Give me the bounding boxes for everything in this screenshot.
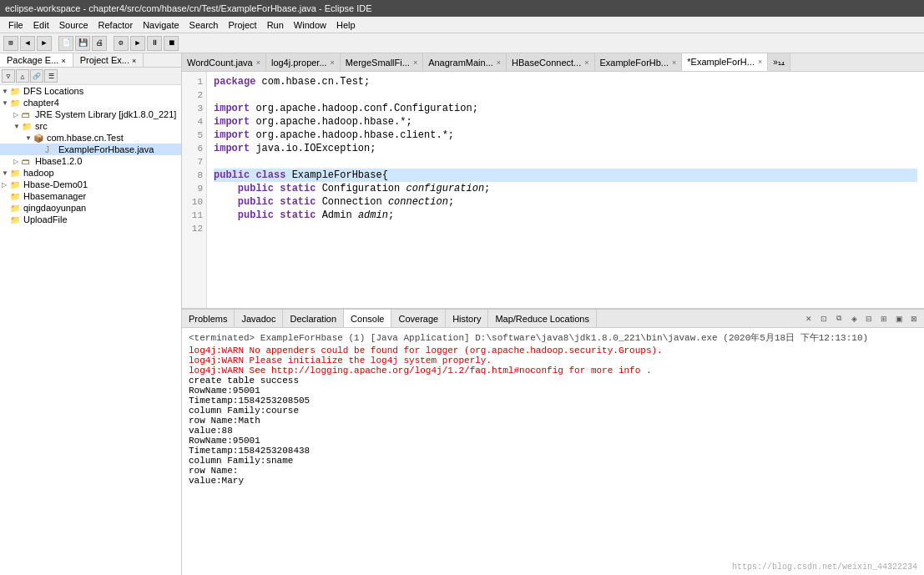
- sidebar-collapse-btn[interactable]: ▽: [2, 69, 15, 83]
- editor-tab-6[interactable]: *ExampleForH...×: [682, 53, 768, 71]
- bottom-tab-4[interactable]: Coverage: [391, 310, 446, 327]
- tree-item-4[interactable]: ▼📦com.hbase.cn.Test: [0, 132, 181, 144]
- editor-tab-1[interactable]: log4j.proper...×: [266, 53, 341, 71]
- editor-tab-close-6[interactable]: ×: [758, 58, 762, 66]
- tree-arrow-8: ▷: [2, 181, 10, 189]
- code-line-9: public static Configuration configuratio…: [214, 182, 917, 195]
- tree-item-5[interactable]: JExampleForHbase.java: [0, 144, 181, 155]
- menu-item-file[interactable]: File: [3, 18, 28, 32]
- console-line-5: Timetamp:1584253208505: [189, 396, 917, 406]
- sidebar-expand-btn[interactable]: △: [16, 69, 29, 83]
- tree-icon-2: 🗃: [22, 110, 33, 119]
- editor-tab-close-1[interactable]: ×: [331, 58, 335, 67]
- console-toolbar-btn-7[interactable]: ⊠: [907, 312, 921, 325]
- code-line-4: import org.apache.hadoop.hbase.*;: [214, 115, 917, 129]
- toolbar-btn-5[interactable]: 💾: [75, 36, 90, 51]
- console-line-7: row Name:Math: [189, 416, 917, 426]
- sidebar-link-btn[interactable]: 🔗: [30, 69, 43, 83]
- main-area: Package E...×Project Ex...× ▽ △ 🔗 ☰ ▼📁DF…: [0, 53, 924, 575]
- toolbar-btn-3[interactable]: ▶: [37, 36, 52, 51]
- toolbar-btn-7[interactable]: ⚙: [114, 36, 129, 51]
- editor-tab-close-3[interactable]: ×: [497, 58, 501, 67]
- editor-tab-overflow[interactable]: »₁₄: [768, 53, 790, 71]
- menu-item-source[interactable]: Source: [54, 18, 93, 32]
- editor-tab-2[interactable]: MergeSmallFi...×: [341, 53, 423, 71]
- tree-item-0[interactable]: ▼📁DFS Locations: [0, 85, 181, 97]
- bottom-tab-6[interactable]: Map/Reduce Locations: [488, 310, 597, 327]
- console-toolbar-btn-5[interactable]: ⊞: [877, 312, 891, 325]
- menu-item-edit[interactable]: Edit: [28, 18, 54, 32]
- tree-item-2[interactable]: ▷🗃JRE System Library [jdk1.8.0_221]: [0, 108, 181, 120]
- line-num-2: 2: [185, 88, 203, 102]
- menu-item-window[interactable]: Window: [289, 18, 331, 32]
- menu-item-refactor[interactable]: Refactor: [93, 18, 139, 32]
- console-toolbar-btn-2[interactable]: ⧉: [832, 312, 846, 325]
- editor-tab-0[interactable]: WordCount.java×: [182, 53, 266, 71]
- sidebar-tab-close-0[interactable]: ×: [61, 57, 65, 65]
- menu-item-help[interactable]: Help: [331, 18, 361, 32]
- menu-item-navigate[interactable]: Navigate: [138, 18, 184, 32]
- editor-tab-3[interactable]: AnagramMain...×: [423, 53, 507, 71]
- sidebar-toolbar: ▽ △ 🔗 ☰: [0, 68, 181, 85]
- editor-tab-close-4[interactable]: ×: [584, 58, 588, 67]
- code-line-3: import org.apache.hadoop.conf.Configurat…: [214, 102, 917, 115]
- tree-item-1[interactable]: ▼📁chapter4: [0, 97, 181, 108]
- editor-tab-4[interactable]: HBaseConnect...×: [507, 53, 594, 71]
- tree-label-2: JRE System Library [jdk1.8.0_221]: [35, 109, 176, 119]
- editor-tab-close-2[interactable]: ×: [413, 58, 417, 67]
- console-line-12: row Name:: [189, 466, 917, 476]
- menu-item-run[interactable]: Run: [262, 18, 289, 32]
- menu-item-project[interactable]: Project: [223, 18, 261, 32]
- sidebar-tab-0[interactable]: Package E...×: [0, 53, 73, 67]
- sidebar-menu-btn[interactable]: ☰: [44, 69, 58, 83]
- sidebar-tab-1[interactable]: Project Ex...×: [73, 53, 144, 67]
- console-toolbar-btn-4[interactable]: ⊟: [862, 312, 876, 325]
- console-line-2: log4j:WARN See http://logging.apache.org…: [189, 366, 917, 376]
- line-num-1: 1: [185, 75, 203, 88]
- toolbar-btn-10[interactable]: ⏹: [164, 36, 179, 51]
- console-toolbar-btn-6[interactable]: ▣: [892, 312, 906, 325]
- toolbar-btn-1[interactable]: ⊞: [3, 36, 18, 51]
- line-num-9: 9: [185, 182, 203, 195]
- editor-tab-close-0[interactable]: ×: [256, 58, 260, 67]
- toolbar-btn-2[interactable]: ◀: [20, 36, 35, 51]
- console-toolbar-btn-1[interactable]: ⊡: [817, 312, 831, 325]
- tree-label-11: UploadFile: [23, 214, 68, 224]
- console-line-3: create table success: [189, 376, 917, 386]
- editor-tab-5[interactable]: ExampleForHb...×: [595, 53, 683, 71]
- menu-item-search[interactable]: Search: [184, 18, 224, 32]
- bottom-panel: ProblemsJavadocDeclarationConsoleCoverag…: [182, 308, 924, 575]
- sidebar-tabs: Package E...×Project Ex...×: [0, 53, 181, 68]
- code-content[interactable]: package com.hbase.cn.Test;import org.apa…: [207, 72, 924, 308]
- code-editor[interactable]: 123456789101112 package com.hbase.cn.Tes…: [182, 72, 924, 308]
- tree-item-10[interactable]: 📁qingdaoyunpan: [0, 202, 181, 214]
- code-line-12: [214, 222, 917, 235]
- toolbar-btn-4[interactable]: 📄: [58, 36, 73, 51]
- tree-item-6[interactable]: ▷🗃Hbase1.2.0: [0, 155, 181, 167]
- console-toolbar-btn-3[interactable]: ◈: [847, 312, 861, 325]
- tree-icon-0: 📁: [10, 87, 22, 96]
- tree-label-6: Hbase1.2.0: [35, 156, 82, 166]
- tree-item-8[interactable]: ▷📁Hbase-Demo01: [0, 179, 181, 190]
- console-line-1: log4j:WARN Please initialize the log4j s…: [189, 356, 917, 366]
- console-toolbar-btn-0[interactable]: ✕: [802, 312, 815, 325]
- bottom-tab-2[interactable]: Declaration: [283, 310, 344, 327]
- toolbar-btn-8[interactable]: ▶: [130, 36, 145, 51]
- toolbar-btn-6[interactable]: 🖨: [92, 36, 107, 51]
- toolbar-btn-9[interactable]: ⏸: [147, 36, 162, 51]
- tree-item-9[interactable]: 📁Hbasemanager: [0, 190, 181, 202]
- editor-tab-close-5[interactable]: ×: [672, 58, 676, 67]
- tree-item-11[interactable]: 📁UploadFile: [0, 214, 181, 225]
- tree-label-10: qingdaoyunpan: [23, 203, 86, 213]
- watermark: https://blog.csdn.net/weixin_44322234: [732, 562, 917, 572]
- tree-item-7[interactable]: ▼📁hadoop: [0, 167, 181, 179]
- tree-item-3[interactable]: ▼📁src: [0, 120, 181, 132]
- bottom-tab-1[interactable]: Javadoc: [235, 310, 283, 327]
- code-area: 123456789101112 package com.hbase.cn.Tes…: [182, 72, 924, 308]
- sidebar-tab-close-1[interactable]: ×: [132, 57, 136, 65]
- bottom-tab-3[interactable]: Console: [344, 310, 391, 327]
- console-line-8: value:88: [189, 426, 917, 436]
- tree-label-3: src: [35, 121, 48, 131]
- bottom-tab-5[interactable]: History: [446, 310, 488, 327]
- bottom-tab-0[interactable]: Problems: [182, 310, 235, 327]
